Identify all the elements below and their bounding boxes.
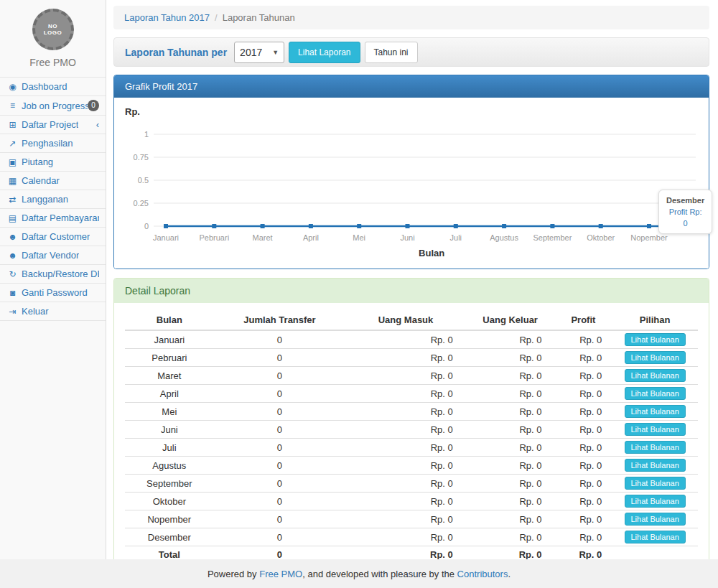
lihat-bulanan-button[interactable]: Lihat Bulanan	[625, 369, 686, 382]
cell-profit: Rp. 0	[554, 528, 612, 546]
sidebar-item-label: Dashboard	[22, 81, 67, 92]
sidebar-item-daftar-pembayaran[interactable]: ▤Daftar Pembayaran	[0, 209, 106, 228]
calendar-icon: ▦	[6, 176, 19, 186]
cell-pilihan: Lihat Bulanan	[612, 475, 698, 493]
sign-out-icon: ⇥	[6, 307, 19, 317]
lock-icon: ◙	[6, 288, 19, 298]
sidebar-item-daftar-customer[interactable]: ☻Daftar Customer	[0, 228, 106, 246]
sidebar-item-piutang[interactable]: ▣Piutang	[0, 153, 106, 172]
lihat-bulanan-button[interactable]: Lihat Bulanan	[625, 531, 686, 543]
sidebar-item-label: Backup/Restore DB	[22, 269, 99, 279]
lihat-bulanan-button[interactable]: Lihat Bulanan	[625, 495, 686, 508]
cell-uang_masuk: Rp. 0	[345, 330, 466, 349]
cell-jumlah_transfer: 0	[214, 493, 346, 510]
sidebar-item-keluar[interactable]: ⇥Keluar	[0, 302, 106, 321]
table-row: Agustus0Rp. 0Rp. 0Rp. 0Lihat Bulanan	[125, 457, 698, 475]
sidebar-item-langganan[interactable]: ⇄Langganan	[0, 190, 106, 209]
cell-uang_keluar: Rp. 0	[466, 475, 555, 493]
sidebar-item-backup-restore-db[interactable]: ↻Backup/Restore DB	[0, 265, 106, 284]
detail-laporan-panel: Detail Laporan BulanJumlah TransferUang …	[113, 278, 709, 575]
svg-text:April: April	[303, 233, 319, 242]
sidebar-item-calendar[interactable]: ▦Calendar	[0, 172, 106, 190]
sidebar: NO LOGO Free PMO ◉Dashboard≡Job on Progr…	[0, 0, 106, 588]
cell-pilihan: Lihat Bulanan	[612, 528, 698, 546]
cell-profit: Rp. 0	[554, 403, 612, 421]
profit-chart[interactable]: Rp.00.250.50.751JanuariPebruariMaretApri…	[125, 103, 705, 263]
table-row: Januari0Rp. 0Rp. 0Rp. 0Lihat Bulanan	[125, 330, 698, 349]
cell-uang_keluar: Rp. 0	[466, 421, 555, 439]
cell-bulan: Desember	[125, 528, 214, 546]
cell-pilihan: Lihat Bulanan	[612, 349, 698, 367]
svg-text:Juni: Juni	[400, 233, 414, 242]
logo-text-line1: NO	[48, 23, 57, 29]
cell-pilihan: Lihat Bulanan	[612, 330, 698, 349]
refresh-icon: ↻	[6, 269, 19, 279]
lihat-bulanan-button[interactable]: Lihat Bulanan	[625, 477, 686, 490]
year-select[interactable]: 2017 ▼	[234, 42, 284, 63]
footer-contributors-link[interactable]: Contributors	[457, 569, 508, 579]
table-row: April0Rp. 0Rp. 0Rp. 0Lihat Bulanan	[125, 385, 698, 403]
cell-jumlah_transfer: 0	[214, 421, 346, 439]
cell-bulan: Agustus	[125, 457, 214, 475]
cell-uang_keluar: Rp. 0	[466, 403, 555, 421]
report-table-header-row: BulanJumlah TransferUang MasukUang Kelua…	[125, 310, 698, 330]
chart-tooltip-value: Profit Rp: 0	[666, 206, 704, 229]
lihat-bulanan-button[interactable]: Lihat Bulanan	[625, 423, 686, 436]
cell-profit: Rp. 0	[554, 510, 612, 528]
table-row: Juli0Rp. 0Rp. 0Rp. 0Lihat Bulanan	[125, 439, 698, 457]
cell-bulan: Maret	[125, 367, 214, 385]
table-row: Maret0Rp. 0Rp. 0Rp. 0Lihat Bulanan	[125, 367, 698, 385]
lihat-bulanan-button[interactable]: Lihat Bulanan	[625, 441, 686, 454]
lihat-laporan-button[interactable]: Lihat Laporan	[289, 42, 360, 63]
cell-pilihan: Lihat Bulanan	[612, 421, 698, 439]
footer-freepmo-link[interactable]: Free PMO	[259, 569, 302, 579]
sidebar-item-penghasilan[interactable]: ↗Penghasilan	[0, 134, 106, 153]
cell-uang_masuk: Rp. 0	[345, 349, 466, 367]
sidebar-item-job-on-progress[interactable]: ≡Job on Progress0	[0, 96, 106, 116]
cell-pilihan: Lihat Bulanan	[612, 493, 698, 510]
sidebar-item-ganti-password[interactable]: ◙Ganti Password	[0, 284, 106, 302]
lihat-bulanan-button[interactable]: Lihat Bulanan	[625, 459, 686, 472]
breadcrumb-link-laporan-tahun[interactable]: Laporan Tahun 2017	[124, 12, 210, 23]
cell-uang_masuk: Rp. 0	[345, 385, 466, 403]
lihat-bulanan-button[interactable]: Lihat Bulanan	[625, 405, 686, 418]
svg-text:September: September	[533, 233, 572, 242]
cell-pilihan: Lihat Bulanan	[612, 439, 698, 457]
tahun-ini-button[interactable]: Tahun ini	[365, 42, 418, 63]
sidebar-item-label: Calendar	[22, 175, 60, 186]
sidebar-item-daftar-project[interactable]: ⊞Daftar Project‹	[0, 116, 106, 134]
sidebar-item-dashboard[interactable]: ◉Dashboard	[0, 78, 106, 96]
cell-profit: Rp. 0	[554, 349, 612, 367]
lihat-bulanan-button[interactable]: Lihat Bulanan	[625, 351, 686, 364]
cell-jumlah_transfer: 0	[214, 439, 346, 457]
chart-line-icon: ↗	[6, 139, 19, 149]
svg-text:Bulan: Bulan	[419, 248, 444, 258]
svg-text:Nopember: Nopember	[630, 233, 668, 242]
sidebar-item-daftar-vendor[interactable]: ☻Daftar Vendor	[0, 246, 106, 265]
sidebar-item-label: Daftar Pembayaran	[22, 213, 99, 223]
cell-uang_masuk: Rp. 0	[345, 403, 466, 421]
footer-text-middle: , and developed with pleasure by the	[302, 569, 454, 579]
lihat-bulanan-button[interactable]: Lihat Bulanan	[625, 387, 686, 400]
lihat-bulanan-button[interactable]: Lihat Bulanan	[625, 333, 686, 346]
dashboard-icon: ◉	[6, 82, 19, 92]
sidebar-item-label: Daftar Project	[22, 119, 78, 130]
cell-uang_keluar: Rp. 0	[466, 367, 555, 385]
cell-jumlah_transfer: 0	[214, 367, 346, 385]
cell-jumlah_transfer: 0	[214, 330, 346, 349]
cell-jumlah_transfer: 0	[214, 349, 346, 367]
svg-text:Juli: Juli	[450, 233, 462, 242]
table-row: Nopember0Rp. 0Rp. 0Rp. 0Lihat Bulanan	[125, 510, 698, 528]
brand-block: NO LOGO Free PMO	[0, 0, 106, 77]
cell-uang_keluar: Rp. 0	[466, 510, 555, 528]
lihat-bulanan-button[interactable]: Lihat Bulanan	[625, 513, 686, 526]
svg-text:0.5: 0.5	[138, 176, 149, 185]
cell-profit: Rp. 0	[554, 421, 612, 439]
column-header-transfer: Jumlah Transfer	[214, 310, 346, 330]
cell-bulan: Nopember	[125, 510, 214, 528]
chart-tooltip: Desember Profit Rp: 0	[658, 190, 712, 234]
table-icon: ⊞	[6, 120, 19, 130]
cell-jumlah_transfer: 0	[214, 475, 346, 493]
cell-uang_keluar: Rp. 0	[466, 528, 555, 546]
svg-text:0.75: 0.75	[134, 153, 149, 162]
